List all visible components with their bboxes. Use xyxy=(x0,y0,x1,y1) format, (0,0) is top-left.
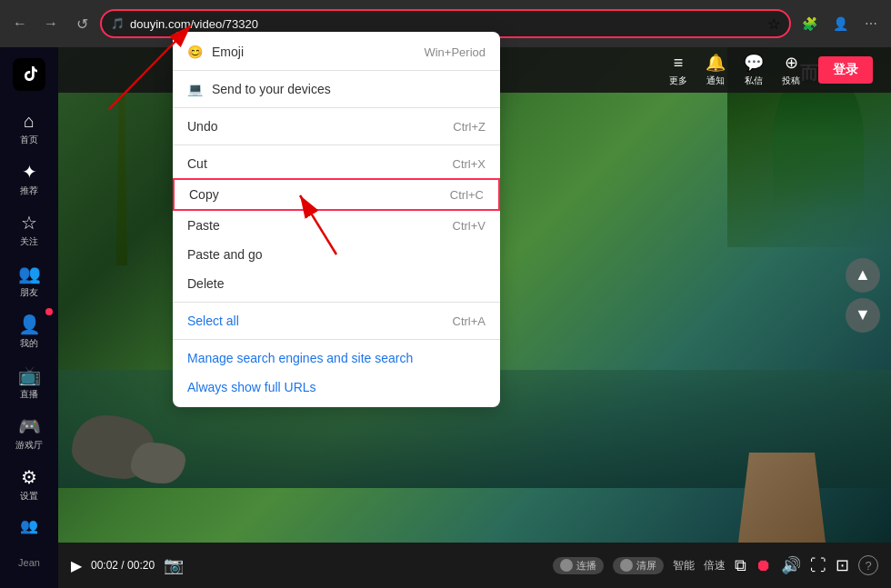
screenshot-icon[interactable]: 📷 xyxy=(164,555,184,575)
sidebar-item-home[interactable]: ⌂ 首页 xyxy=(5,105,53,152)
toggle-dot xyxy=(560,559,573,572)
menu-item-paste[interactable]: Paste Ctrl+V xyxy=(173,211,500,240)
svg-rect-0 xyxy=(16,62,42,87)
live-icon: 📺 xyxy=(18,364,41,386)
menu-item-emoji[interactable]: 😊 Emoji Win+Period xyxy=(173,37,500,66)
sidebar-item-follow[interactable]: ☆ 关注 xyxy=(5,206,53,254)
notification-button[interactable]: 🔔 通知 xyxy=(706,53,726,87)
copy-shortcut: Ctrl+C xyxy=(450,188,484,202)
star-icon[interactable]: ☆ xyxy=(767,15,780,33)
menu-item-cut[interactable]: Cut Ctrl+X xyxy=(173,149,500,178)
extensions-button[interactable]: 🧩 xyxy=(796,11,822,36)
sidebar-label-follow: 关注 xyxy=(20,235,38,248)
more-header-label: 更多 xyxy=(669,75,687,87)
qingping-dot xyxy=(620,559,633,572)
jean-label: Jean xyxy=(0,537,58,588)
fullscreen-icon[interactable]: ⛶ xyxy=(810,556,826,575)
divider-1 xyxy=(173,70,500,71)
cut-shortcut: Ctrl+X xyxy=(453,157,486,171)
menu-item-undo[interactable]: Undo Ctrl+Z xyxy=(173,112,500,141)
delete-label: Delete xyxy=(187,276,224,291)
back-button[interactable]: ← xyxy=(7,11,33,36)
context-menu: 😊 Emoji Win+Period 💻 Send to your device… xyxy=(173,32,500,407)
more-header-button[interactable]: ≡ 更多 xyxy=(669,54,687,87)
sidebar-label-live: 直播 xyxy=(20,388,38,401)
play-button[interactable]: ▶ xyxy=(71,557,82,574)
paste-shortcut: Ctrl+V xyxy=(453,219,486,233)
sidebar-item-recommend[interactable]: ✦ 推荐 xyxy=(5,155,53,203)
send-devices-left: 💻 Send to your devices xyxy=(187,82,331,96)
menu-item-send-devices[interactable]: 💻 Send to your devices xyxy=(173,75,500,104)
divider-2 xyxy=(173,107,500,108)
follow-icon: ☆ xyxy=(21,212,37,234)
divider-5 xyxy=(173,339,500,340)
sidebar: ⌂ 首页 ✦ 推荐 ☆ 关注 👥 朋友 👤 我的 📺 直播 🎮 游戏厅 ⚙ xyxy=(0,47,58,588)
tree-trunk xyxy=(95,84,149,265)
lianbo-toggle[interactable]: 连播 xyxy=(553,557,604,574)
friends-icon: 👥 xyxy=(18,263,41,284)
logo-icon xyxy=(13,58,45,91)
tiktok-logo[interactable] xyxy=(11,56,47,93)
zhineng-label[interactable]: 智能 xyxy=(673,558,695,573)
reload-button[interactable]: ↺ xyxy=(69,11,95,36)
pip-icon[interactable]: ⧉ xyxy=(735,556,746,575)
sidebar-item-friends[interactable]: 👥 朋友 xyxy=(5,257,53,304)
volume-icon[interactable]: 🔊 xyxy=(781,555,801,575)
send-devices-label: Send to your devices xyxy=(212,82,331,96)
paste-go-label: Paste and go xyxy=(187,247,263,262)
qingping-toggle[interactable]: 清屏 xyxy=(613,557,664,574)
notification-label: 通知 xyxy=(706,75,725,87)
home-icon: ⌂ xyxy=(24,111,35,132)
sidebar-item-game[interactable]: 🎮 游戏厅 xyxy=(5,410,53,457)
more-button[interactable]: ⋯ xyxy=(858,11,884,36)
divider-4 xyxy=(173,302,500,303)
profile-button[interactable]: 👤 xyxy=(827,11,853,36)
sidebar-label-home: 首页 xyxy=(20,134,38,146)
cut-label: Cut xyxy=(187,156,207,171)
sidebar-label-game: 游戏厅 xyxy=(15,439,43,452)
divider-3 xyxy=(173,145,500,145)
sidebar-label-mine: 我的 xyxy=(20,337,38,350)
upload-label: 投稿 xyxy=(782,75,800,87)
menu-item-show-urls[interactable]: Always show full URLs xyxy=(173,373,500,402)
address-input[interactable] xyxy=(130,17,762,31)
sidebar-item-live[interactable]: 📺 直播 xyxy=(5,359,53,406)
favicon: 🎵 xyxy=(111,17,125,30)
theater-icon[interactable]: ⊡ xyxy=(836,555,849,575)
scroll-arrows: ▲ ▼ xyxy=(846,258,880,333)
sidebar-item-settings[interactable]: ⚙ 设置 xyxy=(5,461,53,508)
menu-item-manage-search[interactable]: Manage search engines and site search xyxy=(173,344,500,373)
recommend-icon: ✦ xyxy=(22,161,37,183)
beisu-label[interactable]: 倍速 xyxy=(704,558,726,573)
time-display: 00:02 / 00:20 xyxy=(91,559,155,572)
upload-button[interactable]: ⊕ 投稿 xyxy=(782,53,800,87)
notification-icon: 🔔 xyxy=(706,53,726,73)
undo-label: Undo xyxy=(187,119,217,134)
message-icon: 💬 xyxy=(744,53,764,73)
emoji-label: Emoji xyxy=(212,45,244,59)
emoji-icon: 😊 xyxy=(187,45,203,59)
scroll-up-button[interactable]: ▲ xyxy=(846,258,880,293)
send-devices-icon: 💻 xyxy=(187,82,203,96)
game-icon: 🎮 xyxy=(18,415,41,437)
menu-item-delete[interactable]: Delete xyxy=(173,269,500,298)
menu-item-copy[interactable]: Copy Ctrl+C xyxy=(173,178,500,211)
message-button[interactable]: 💬 私信 xyxy=(744,53,764,87)
login-button[interactable]: 登录 xyxy=(818,56,873,84)
video-controls: ▶ 00:02 / 00:20 📷 连播 清屏 智能 倍速 ⧉ ⏺ 🔊 ⛶ ⊡ … xyxy=(58,543,891,588)
emoji-left: 😊 Emoji xyxy=(187,45,244,59)
sidebar-item-mine[interactable]: 👤 我的 xyxy=(5,308,53,355)
record-icon[interactable]: ⏺ xyxy=(756,556,772,575)
menu-item-select-all[interactable]: Select all Ctrl+A xyxy=(173,306,500,335)
menu-item-paste-go[interactable]: Paste and go xyxy=(173,240,500,269)
undo-shortcut: Ctrl+Z xyxy=(453,120,486,134)
mine-icon: 👤 xyxy=(18,314,41,335)
menu-icon: ≡ xyxy=(674,54,684,73)
message-label: 私信 xyxy=(745,75,763,87)
forward-button[interactable]: → xyxy=(38,11,64,36)
paste-label: Paste xyxy=(187,218,220,233)
copy-label: Copy xyxy=(189,187,219,202)
scroll-down-button[interactable]: ▼ xyxy=(846,298,880,333)
manage-search-label: Manage search engines and site search xyxy=(187,351,413,365)
help-button[interactable]: ? xyxy=(858,555,878,575)
